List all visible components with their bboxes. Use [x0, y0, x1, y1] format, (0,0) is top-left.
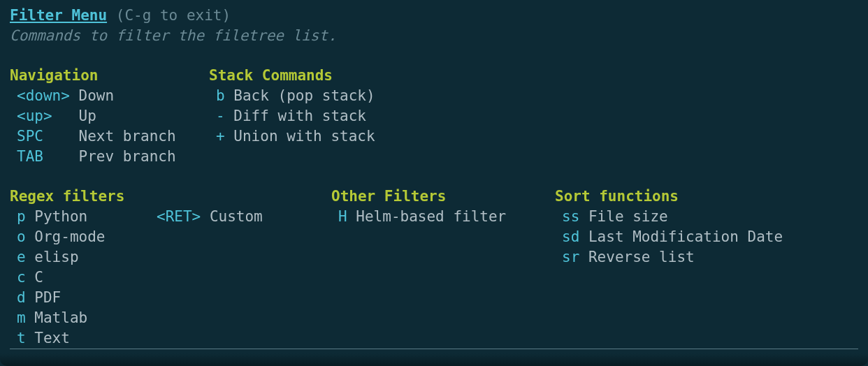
regex-item-python[interactable]: p Python — [10, 207, 157, 227]
regex-item-orgmode[interactable]: o Org-mode — [10, 227, 157, 247]
stack-item-diff[interactable]: - Diff with stack — [209, 106, 375, 126]
regex-section: Regex filters p Python o Org-mode e elis… — [10, 186, 157, 349]
divider-line — [10, 349, 858, 349]
custom-item-ret[interactable]: <RET> Custom — [157, 207, 331, 227]
sort-item-size[interactable]: ss File size — [555, 207, 783, 227]
sort-item-date[interactable]: sd Last Modification Date — [555, 227, 783, 247]
regex-item-elisp[interactable]: e elisp — [10, 247, 157, 268]
custom-section: <RET> Custom — [157, 186, 331, 349]
regex-item-c[interactable]: c C — [10, 268, 157, 288]
sort-title: Sort functions — [555, 186, 783, 207]
stack-title: Stack Commands — [209, 66, 375, 86]
nav-item-up[interactable]: <up> Up — [10, 106, 209, 126]
other-item-helm[interactable]: H Helm-based filter — [331, 207, 555, 227]
regex-item-pdf[interactable]: d PDF — [10, 288, 157, 308]
nav-item-down[interactable]: <down> Down — [10, 86, 209, 106]
menu-title: Filter Menu — [10, 7, 107, 24]
bottom-edge — [0, 353, 868, 366]
navigation-title: Navigation — [10, 66, 209, 86]
regex-title: Regex filters — [10, 186, 157, 207]
other-section: Other Filters H Helm-based filter — [331, 186, 555, 349]
menu-header: Filter Menu (C-g to exit) — [10, 6, 858, 26]
navigation-section: Navigation <down> Down <up> Up SPC Next … — [10, 66, 209, 167]
nav-item-next-branch[interactable]: SPC Next branch — [10, 126, 209, 147]
other-title: Other Filters — [331, 186, 555, 207]
row-nav-stack: Navigation <down> Down <up> Up SPC Next … — [10, 66, 858, 167]
stack-section: Stack Commands b Back (pop stack) - Diff… — [209, 66, 375, 167]
sort-section: Sort functions ss File size sd Last Modi… — [555, 186, 783, 349]
nav-item-prev-branch[interactable]: TAB Prev branch — [10, 147, 209, 167]
custom-spacer — [157, 186, 331, 207]
exit-hint-text: (C-g to exit) — [116, 7, 231, 24]
stack-item-union[interactable]: + Union with stack — [209, 126, 375, 147]
row-filters-sort: Regex filters p Python o Org-mode e elis… — [10, 186, 858, 349]
regex-item-text[interactable]: t Text — [10, 328, 157, 349]
regex-item-matlab[interactable]: m Matlab — [10, 308, 157, 328]
menu-subtitle: Commands to filter the filetree list. — [10, 26, 858, 46]
stack-item-back[interactable]: b Back (pop stack) — [209, 86, 375, 106]
sort-item-reverse[interactable]: sr Reverse list — [555, 247, 783, 268]
